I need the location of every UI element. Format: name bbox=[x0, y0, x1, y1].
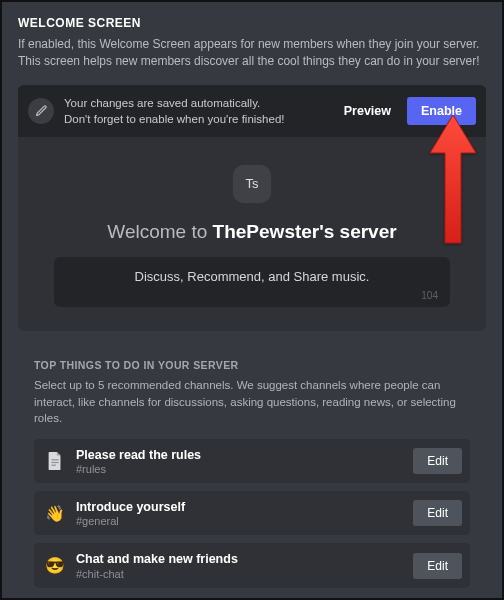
autosave-notice: Your changes are saved automatically. Do… bbox=[18, 85, 486, 137]
notice-line-2: Don't forget to enable when you're finis… bbox=[64, 111, 326, 127]
description-text: Discuss, Recommend, and Share music. bbox=[66, 269, 438, 284]
channel-row-title: Introduce yourself bbox=[76, 499, 403, 515]
notice-line-1: Your changes are saved automatically. bbox=[64, 95, 326, 111]
welcome-panel: Your changes are saved automatically. Do… bbox=[18, 85, 486, 331]
document-icon bbox=[44, 450, 66, 472]
channel-row: Please read the rules #rules Edit bbox=[34, 439, 470, 483]
svg-rect-1 bbox=[51, 462, 58, 463]
page-subtitle: If enabled, this Welcome Screen appears … bbox=[18, 36, 486, 71]
description-input[interactable]: Discuss, Recommend, and Share music. 104 bbox=[54, 257, 450, 307]
channel-row-channel: #general bbox=[76, 515, 403, 527]
top-things-heading: TOP THINGS TO DO IN YOUR SERVER bbox=[34, 359, 470, 371]
channel-row-title: Chat and make new friends bbox=[76, 551, 403, 567]
top-things-description: Select up to 5 recommended channels. We … bbox=[34, 377, 470, 427]
svg-rect-0 bbox=[51, 459, 58, 460]
server-avatar: Ts bbox=[233, 165, 271, 203]
channel-row-channel: #rules bbox=[76, 463, 403, 475]
welcome-heading: Welcome to ThePewster's server bbox=[34, 221, 470, 243]
page-title: WELCOME SCREEN bbox=[18, 16, 486, 30]
svg-rect-2 bbox=[51, 465, 56, 466]
enable-button[interactable]: Enable bbox=[407, 97, 476, 125]
edit-button[interactable]: Edit bbox=[413, 500, 462, 526]
preview-button[interactable]: Preview bbox=[336, 98, 399, 124]
server-name: ThePewster's server bbox=[213, 221, 397, 242]
wave-icon: 👋 bbox=[44, 502, 66, 524]
edit-button[interactable]: Edit bbox=[413, 553, 462, 579]
notice-text: Your changes are saved automatically. Do… bbox=[64, 95, 326, 127]
channel-row: 😎 Chat and make new friends #chit-chat E… bbox=[34, 543, 470, 587]
pencil-icon bbox=[28, 98, 54, 124]
channel-row: 👋 Introduce yourself #general Edit bbox=[34, 491, 470, 535]
channel-row-channel: #chit-chat bbox=[76, 568, 403, 580]
char-counter: 104 bbox=[66, 290, 438, 301]
welcome-prefix: Welcome to bbox=[107, 221, 212, 242]
edit-button[interactable]: Edit bbox=[413, 448, 462, 474]
channel-row-title: Please read the rules bbox=[76, 447, 403, 463]
sunglasses-icon: 😎 bbox=[44, 555, 66, 577]
